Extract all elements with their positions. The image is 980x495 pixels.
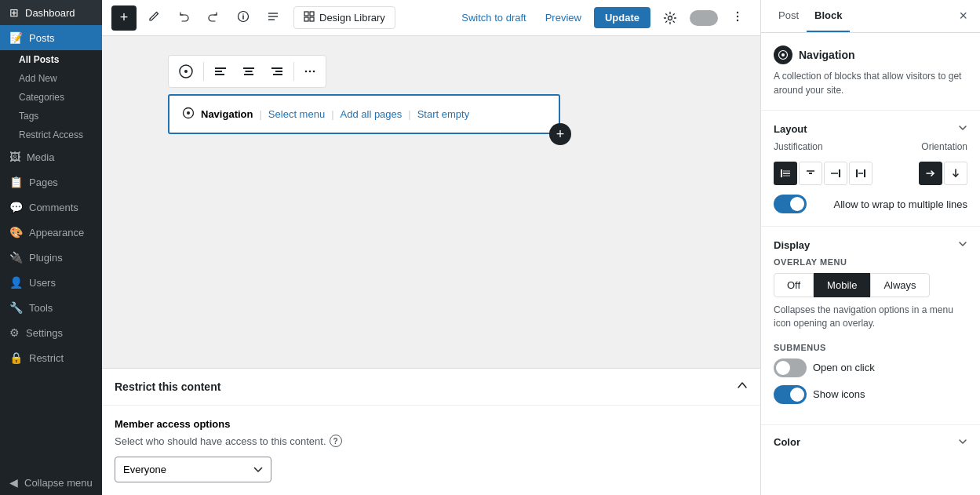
- layout-title: Layout: [774, 123, 807, 135]
- orient-horizontal-button[interactable]: [919, 162, 942, 185]
- align-center-button[interactable]: [235, 60, 262, 83]
- comments-icon: 💬: [9, 201, 23, 213]
- collapse-restrict-icon: [737, 380, 748, 394]
- sidebar-item-restrict[interactable]: 🔒 Restrict: [0, 345, 102, 370]
- sidebar-item-all-posts[interactable]: All Posts: [9, 50, 102, 69]
- add-block-button[interactable]: +: [111, 5, 137, 31]
- sidebar-item-collapse[interactable]: ◀ Collapse menu: [0, 470, 102, 495]
- svg-rect-22: [271, 67, 282, 69]
- member-access-title: Member access options: [115, 418, 748, 430]
- overlay-always-button[interactable]: Always: [870, 273, 929, 297]
- display-section-header[interactable]: Display: [774, 239, 967, 251]
- svg-point-27: [313, 71, 315, 73]
- panel-tabs: Post Block ×: [761, 0, 980, 33]
- svg-point-29: [187, 111, 190, 115]
- justify-right-button[interactable]: [824, 162, 847, 185]
- toolbar-right: Switch to draft Preview Update: [455, 5, 751, 31]
- sidebar-item-label: Restrict: [29, 352, 64, 364]
- info-button[interactable]: [231, 5, 256, 31]
- sidebar-item-label: Appearance: [29, 227, 84, 238]
- settings-toggle-button[interactable]: [657, 6, 683, 30]
- justification-label: Justification: [774, 141, 823, 152]
- show-icons-toggle[interactable]: [774, 385, 807, 404]
- align-left-button[interactable]: [207, 60, 234, 83]
- justify-space-between-button[interactable]: [849, 162, 873, 185]
- restrict-header[interactable]: Restrict this content: [102, 369, 760, 406]
- sidebar-item-posts[interactable]: 📝 Posts: [0, 25, 102, 50]
- svg-rect-6: [304, 12, 308, 16]
- undo-button[interactable]: [171, 5, 196, 31]
- list-view-button[interactable]: [260, 5, 286, 31]
- tab-block[interactable]: Block: [807, 0, 850, 32]
- overlay-off-button[interactable]: Off: [774, 273, 814, 297]
- access-dropdown[interactable]: Everyone Logged-in users Members only Ad…: [115, 457, 271, 482]
- block-type-button[interactable]: [172, 59, 200, 84]
- svg-rect-7: [310, 12, 314, 16]
- add-all-pages-link[interactable]: Add all pages: [341, 108, 403, 120]
- sidebar-item-label: Add New: [19, 73, 57, 84]
- toolbar-toggle[interactable]: [690, 10, 718, 26]
- design-library-button[interactable]: Design Library: [293, 6, 395, 29]
- sidebar-item-label: All Posts: [19, 54, 59, 65]
- update-button[interactable]: Update: [594, 7, 650, 28]
- navigation-block-icon: [178, 64, 194, 79]
- redo-button[interactable]: [201, 5, 226, 31]
- svg-rect-21: [244, 74, 253, 75]
- overlay-description: Collapses the navigation options in a me…: [774, 304, 967, 330]
- orientation-buttons: [919, 162, 967, 185]
- sidebar-item-tools[interactable]: 🔧 Tools: [0, 295, 102, 320]
- orient-vertical-button[interactable]: [944, 162, 967, 185]
- tab-post[interactable]: Post: [771, 0, 807, 32]
- color-section[interactable]: Color: [761, 425, 980, 459]
- sidebar-item-plugins[interactable]: 🔌 Plugins: [0, 245, 102, 270]
- sidebar-item-tags[interactable]: Tags: [9, 107, 102, 126]
- open-on-click-toggle[interactable]: [774, 359, 807, 377]
- panel-close-button[interactable]: ×: [956, 5, 971, 27]
- design-library-icon: [304, 11, 315, 24]
- plugins-icon: 🔌: [9, 251, 23, 264]
- svg-point-13: [737, 19, 738, 20]
- sidebar-item-media[interactable]: 🖼 Media: [0, 144, 102, 169]
- svg-rect-19: [243, 67, 254, 69]
- open-on-click-knob: [776, 361, 790, 375]
- add-block-after-button[interactable]: +: [549, 123, 571, 145]
- preview-button[interactable]: Preview: [539, 7, 588, 28]
- overlay-mobile-button[interactable]: Mobile: [814, 273, 870, 297]
- collapse-icon: ◀: [9, 476, 18, 489]
- sidebar-item-pages[interactable]: 📋 Pages: [0, 169, 102, 195]
- select-menu-link[interactable]: Select menu: [268, 108, 325, 120]
- help-icon[interactable]: ?: [330, 435, 342, 447]
- sidebar-item-appearance[interactable]: 🎨 Appearance: [0, 220, 102, 245]
- sidebar-item-settings[interactable]: ⚙ Settings: [0, 320, 102, 345]
- wrap-toggle[interactable]: [774, 195, 807, 213]
- design-library-label: Design Library: [319, 12, 385, 24]
- nav-block-description: A collection of blocks that allow visito…: [774, 69, 967, 97]
- justify-center-button[interactable]: [799, 162, 822, 185]
- edit-icon: [148, 10, 160, 26]
- justify-left-button[interactable]: [774, 162, 797, 185]
- svg-rect-17: [215, 71, 222, 72]
- separator-2: |: [331, 108, 333, 120]
- sidebar-item-dashboard[interactable]: ⊞ Dashboard: [0, 0, 102, 25]
- color-chevron-icon: [958, 436, 967, 448]
- svg-rect-9: [310, 17, 314, 21]
- align-right-button[interactable]: [264, 60, 290, 83]
- navigation-block: Navigation | Select menu | Add all pages…: [168, 94, 560, 134]
- more-options-button[interactable]: [724, 5, 751, 31]
- navigation-icon: [182, 107, 195, 122]
- layout-controls-row: [774, 162, 967, 185]
- switch-draft-button[interactable]: Switch to draft: [455, 7, 532, 28]
- editor-area[interactable]: Navigation | Select menu | Add all pages…: [102, 36, 760, 495]
- layout-section-header[interactable]: Layout: [774, 123, 967, 135]
- svg-point-10: [669, 16, 672, 20]
- sidebar-item-restrict-access[interactable]: Restrict Access: [9, 126, 102, 144]
- sidebar-item-users[interactable]: 👤 Users: [0, 270, 102, 295]
- svg-rect-42: [864, 169, 865, 177]
- sidebar-item-comments[interactable]: 💬 Comments: [0, 195, 102, 220]
- more-block-options-button[interactable]: [297, 60, 322, 82]
- start-empty-link[interactable]: Start empty: [417, 108, 469, 120]
- sidebar-item-categories[interactable]: Categories: [9, 88, 102, 107]
- more-horizontal-icon: [304, 65, 316, 78]
- sidebar-item-add-new[interactable]: Add New: [9, 69, 102, 88]
- edit-button[interactable]: [141, 5, 166, 31]
